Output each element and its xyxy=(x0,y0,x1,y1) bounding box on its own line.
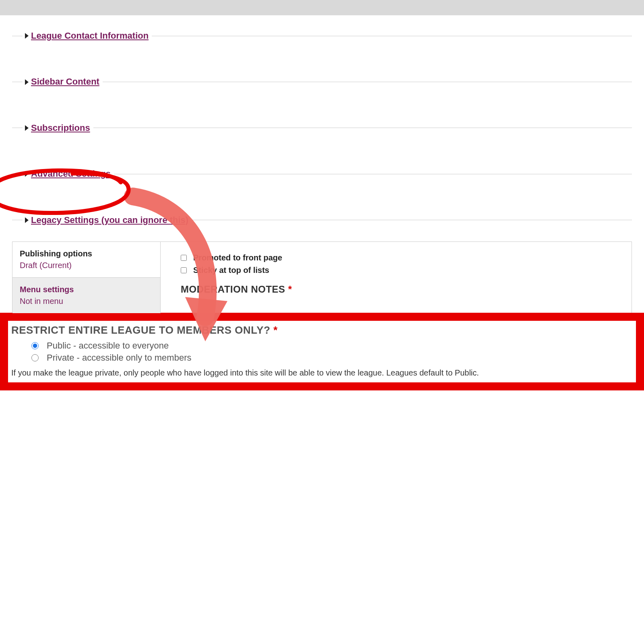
sticky-checkbox[interactable] xyxy=(181,267,187,273)
vertical-tabs-nav: Publishing options Draft (Current) Menu … xyxy=(12,242,161,313)
chevron-right-icon xyxy=(25,171,29,177)
tab-title: Publishing options xyxy=(20,249,153,258)
section-label: Legacy Settings (you can ignore this) xyxy=(31,215,188,225)
tab-pane-publishing: Promoted to front page Sticky at top of … xyxy=(161,242,632,313)
outer-background xyxy=(0,0,644,15)
chevron-right-icon xyxy=(25,125,29,131)
section-label: Advanced Settings xyxy=(31,169,111,179)
tab-publishing-options[interactable]: Publishing options Draft (Current) xyxy=(12,242,160,278)
promoted-label: Promoted to front page xyxy=(193,253,282,262)
heading-text: MODERATION NOTES xyxy=(181,284,285,295)
restrict-private-label: Private - accessible only to members xyxy=(47,353,191,363)
chevron-right-icon xyxy=(25,79,29,85)
required-marker: * xyxy=(288,284,292,295)
section-subscriptions[interactable]: Subscriptions xyxy=(25,123,90,133)
chevron-right-icon xyxy=(25,217,29,223)
sticky-label: Sticky at top of lists xyxy=(193,266,269,275)
restrict-public-label: Public - accessible to everyone xyxy=(47,341,169,351)
moderation-notes-heading: MODERATION NOTES * xyxy=(181,284,623,295)
tab-subtitle: Not in menu xyxy=(20,297,153,306)
section-label: Subscriptions xyxy=(31,123,90,133)
chevron-right-icon xyxy=(25,33,29,39)
tab-title: Menu settings xyxy=(20,285,153,294)
section-league-contact[interactable]: League Contact Information xyxy=(25,31,149,41)
vertical-tabs: Publishing options Draft (Current) Menu … xyxy=(12,242,632,314)
page-canvas: League Contact Information Sidebar Conte… xyxy=(0,15,644,644)
restrict-help-text: If you make the league private, only peo… xyxy=(11,366,633,379)
section-label: Sidebar Content xyxy=(31,76,99,87)
section-legacy-settings[interactable]: Legacy Settings (you can ignore this) xyxy=(25,215,188,225)
restrict-private-radio[interactable] xyxy=(31,354,39,361)
required-marker: * xyxy=(273,324,278,336)
restrict-heading: RESTRICT ENTIRE LEAGUE TO MEMBERS ONLY? … xyxy=(11,324,633,336)
restrict-members-highlight-box: RESTRICT ENTIRE LEAGUE TO MEMBERS ONLY? … xyxy=(0,313,644,390)
section-label: League Contact Information xyxy=(31,31,149,41)
section-advanced-settings[interactable]: Advanced Settings xyxy=(25,169,111,179)
promoted-checkbox[interactable] xyxy=(181,255,187,261)
tab-subtitle: Draft (Current) xyxy=(20,261,153,270)
restrict-public-radio[interactable] xyxy=(31,342,39,349)
section-sidebar-content[interactable]: Sidebar Content xyxy=(25,76,99,87)
tab-menu-settings[interactable]: Menu settings Not in menu xyxy=(12,278,160,313)
heading-text: RESTRICT ENTIRE LEAGUE TO MEMBERS ONLY? xyxy=(11,324,270,336)
